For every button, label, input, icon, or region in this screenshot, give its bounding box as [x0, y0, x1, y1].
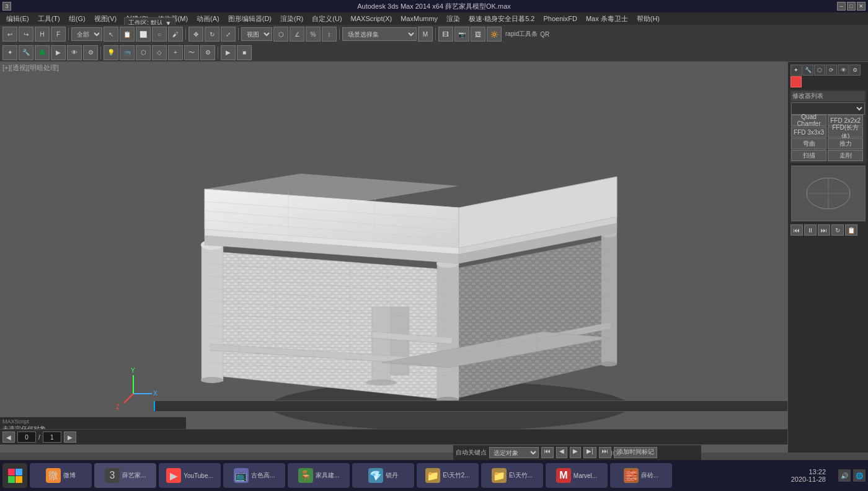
timeline-slider[interactable] — [153, 400, 859, 412]
system-icon[interactable]: ⚙ — [200, 45, 215, 60]
display-tab-icon[interactable]: 👁 — [838, 64, 849, 76]
play-button[interactable]: ▶ — [570, 447, 581, 458]
prev-frame-button[interactable]: ◀ — [556, 447, 567, 458]
camera-icon[interactable]: 📹 — [120, 45, 135, 60]
select-by-name-button[interactable]: 📋 — [120, 27, 135, 42]
motion-tab-icon[interactable]: ⟳ — [826, 64, 837, 76]
display-button[interactable]: 👁 — [67, 45, 82, 60]
goto-end-button[interactable]: ⏭ — [599, 447, 611, 458]
taskbar-item-3dsmax[interactable]: 3 薛艺家... — [94, 463, 156, 488]
taskbar-item-marvel[interactable]: M Marvel... — [546, 463, 608, 488]
render-setup-button[interactable]: 🎞 — [438, 27, 453, 42]
menu-customize[interactable]: 自定义(U) — [308, 14, 345, 24]
geometry-icon[interactable]: ⬡ — [136, 45, 151, 60]
menu-help[interactable]: 帮助(H) — [633, 14, 663, 24]
menu-antivirus[interactable]: Max 杀毒卫士 — [582, 14, 632, 24]
taper-button[interactable]: 走削 — [828, 150, 863, 161]
modifier-ctrl-4[interactable]: ↻ — [831, 224, 844, 236]
modify-button[interactable]: 🔧 — [19, 45, 33, 60]
app-icon[interactable]: 3 — [2, 2, 11, 11]
ffd-box-button[interactable]: FFD(长方体) — [828, 126, 863, 138]
quad-chamfer-button[interactable]: Quad Chamfer — [791, 115, 826, 126]
frame-start-input[interactable] — [17, 431, 36, 443]
menu-view[interactable]: 视图(V) — [91, 14, 121, 24]
create-button[interactable]: ✦ — [2, 45, 17, 60]
fetch-button[interactable]: F — [51, 27, 66, 42]
minimize-button[interactable]: ─ — [837, 2, 846, 11]
tray-icon-2[interactable]: 🌐 — [853, 469, 866, 482]
maximize-button[interactable]: □ — [847, 2, 856, 11]
material-color-dot[interactable] — [790, 76, 802, 87]
spacewarp-icon[interactable]: 〜 — [184, 45, 199, 60]
frame-end-input[interactable] — [43, 431, 61, 443]
menu-maxmummy[interactable]: MaxMummy — [397, 14, 441, 23]
next-frame-button[interactable]: ▶| — [583, 447, 596, 458]
start-button[interactable] — [2, 463, 27, 488]
push-button[interactable]: 推力 — [828, 138, 863, 149]
menu-maxscript[interactable]: MAXScript(X) — [347, 14, 396, 23]
hierarchy-tab-icon[interactable]: ⬡ — [814, 64, 825, 76]
modifier-ctrl-5[interactable]: 📋 — [845, 224, 857, 236]
spinner-snap-button[interactable]: ↕ — [322, 27, 337, 42]
ffd-3x3x3-button[interactable]: FFD 3x3x3 — [791, 126, 826, 138]
material-editor-button[interactable]: M — [418, 27, 433, 42]
taskbar-item-suodan[interactable]: 💎 锁丹 — [352, 463, 414, 488]
bend-button[interactable]: 弯曲 — [791, 138, 826, 149]
helper-icon[interactable]: + — [168, 45, 183, 60]
rect-select-button[interactable]: ⬜ — [136, 27, 151, 42]
select-object-button[interactable]: ↖ — [104, 27, 118, 42]
light-icon[interactable]: 💡 — [104, 45, 118, 60]
goto-start-button[interactable]: ⏮ — [541, 447, 554, 458]
timeline-next-button[interactable]: ▶ — [64, 431, 76, 443]
menu-animation[interactable]: 动画(A) — [193, 14, 223, 24]
modifier-ctrl-3[interactable]: ⏭ — [818, 224, 830, 236]
tray-icon-1[interactable]: 🔊 — [838, 469, 851, 482]
rotate-button[interactable]: ↻ — [205, 27, 219, 42]
motion-button[interactable]: ▶ — [51, 45, 66, 60]
timeline-prev-button[interactable]: ◀ — [2, 431, 15, 443]
modify-tab-icon[interactable]: 🔧 — [802, 64, 813, 76]
menu-tools[interactable]: 工具(T) — [34, 14, 64, 24]
angle-snap-button[interactable]: ∠ — [290, 27, 304, 42]
menu-render2[interactable]: 渲染 — [443, 14, 464, 24]
taskbar-item-xuezhuan[interactable]: 🧱 薛砖... — [610, 463, 672, 488]
auto-key-dropdown[interactable]: 选定对象 — [489, 447, 539, 458]
redo-button[interactable]: ↪ — [19, 27, 33, 42]
menu-security[interactable]: 极速·稳身安全日暮5.2 — [465, 14, 538, 24]
utilities-button[interactable]: ⚙ — [83, 45, 98, 60]
selection-set-dropdown[interactable]: 场景选择集 — [342, 27, 417, 41]
scale-button[interactable]: ⤢ — [221, 27, 236, 42]
stop-anim-button[interactable]: ■ — [237, 45, 252, 60]
close-button[interactable]: ✕ — [857, 2, 866, 11]
taskbar-item-古色[interactable]: 📺 古色高... — [223, 463, 285, 488]
undo-button[interactable]: ↩ — [2, 27, 17, 42]
view-dropdown[interactable]: 视图 — [241, 27, 272, 41]
hierarchy-button[interactable]: 🌲 — [35, 45, 50, 60]
menu-phoenixfd[interactable]: PhoenixFD — [539, 14, 580, 23]
move-button[interactable]: ✥ — [188, 27, 203, 42]
snap-toggle-button[interactable]: ⬡ — [273, 27, 288, 42]
active-shade-button[interactable]: 🔆 — [487, 27, 502, 42]
render-frame-button[interactable]: 🖼 — [471, 27, 485, 42]
add-time-mark-button[interactable]: 添加时间标记 — [614, 447, 657, 458]
modifier-ctrl-1[interactable]: ⏮ — [790, 224, 803, 236]
sweep-button[interactable]: 扫描 — [791, 150, 826, 161]
menu-group[interactable]: 组(G) — [65, 14, 89, 24]
modifier-list-dropdown[interactable] — [791, 102, 865, 115]
paint-select-button[interactable]: 🖌 — [168, 27, 183, 42]
create-tab-icon[interactable]: ✦ — [790, 64, 802, 76]
lasso-select-button[interactable]: ○ — [152, 27, 167, 42]
taskbar-item-folder1[interactable]: 📁 E\天竹2... — [417, 463, 479, 488]
main-viewport[interactable]: [+][透视][明暗处理] — [0, 62, 787, 453]
play-anim-button[interactable]: ▶ — [221, 45, 236, 60]
menu-graph-editor[interactable]: 图形编辑器(D) — [224, 14, 275, 24]
utility-tab-icon[interactable]: ⚙ — [849, 64, 861, 76]
selection-filter-dropdown[interactable]: 全部 — [71, 27, 102, 41]
shape-icon[interactable]: ◇ — [152, 45, 167, 60]
taskbar-item-folder2[interactable]: 📁 E\天竹... — [481, 463, 543, 488]
taskbar-item-weibo[interactable]: 微 微博 — [30, 463, 92, 488]
taskbar-item-youtube[interactable]: ▶ YouTube... — [159, 463, 221, 488]
hold-button[interactable]: H — [35, 27, 50, 42]
menu-edit[interactable]: 编辑(E) — [2, 14, 33, 24]
modifier-ctrl-2[interactable]: ⏸ — [804, 224, 817, 236]
